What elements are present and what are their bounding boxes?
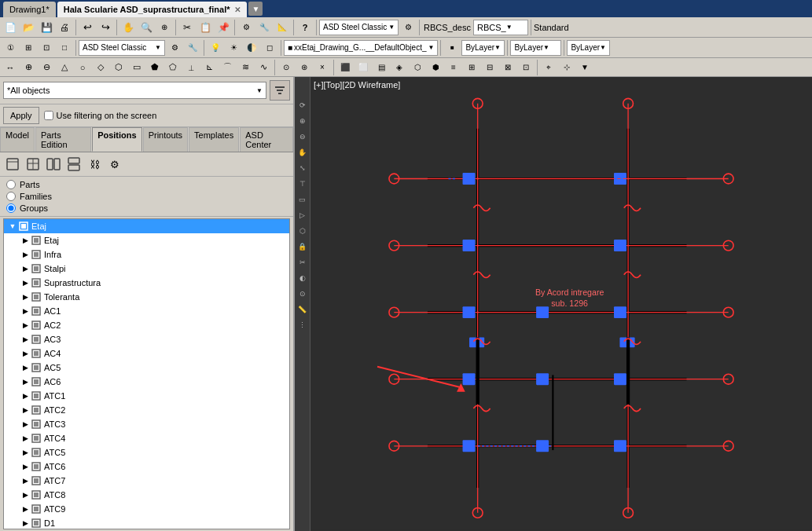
tree-item[interactable]: ▶Toleranta [4, 290, 289, 304]
tab-hala[interactable]: Hala Scularie ASD_suprastructura_final* … [57, 2, 248, 17]
color-dropdown[interactable]: ByLayer ▼ [461, 40, 505, 56]
tb3-d10[interactable]: ⊠ [499, 59, 516, 76]
tab-positions[interactable]: Positions [92, 127, 142, 152]
tree-item[interactable]: ▶AC1 [4, 304, 289, 318]
tb3-d9[interactable]: ⊟ [481, 59, 498, 76]
tree-item[interactable]: ▶ATC1 [4, 389, 289, 403]
nav-pan2[interactable]: ✋ [296, 146, 309, 159]
tree-container[interactable]: ▼Etaj▶Etaj▶Infra▶Stalpi▶Suprastructura▶T… [3, 218, 290, 529]
tb2-wire[interactable]: ◻ [261, 39, 278, 57]
tb3-2[interactable]: ⊕ [20, 59, 37, 76]
nav-front[interactable]: ▭ [296, 193, 309, 206]
tb-misc2[interactable]: 🔧 [255, 19, 273, 36]
tree-expander[interactable]: ▶ [20, 376, 31, 387]
tb-paste[interactable]: 📌 [215, 19, 232, 36]
tree-expander[interactable]: ▶ [20, 475, 31, 486]
tb3-snap2[interactable]: ⊛ [296, 59, 313, 76]
tree-expander[interactable]: ▶ [20, 447, 31, 458]
asd-dropdown[interactable]: ASD Steel Classic ▼ [79, 40, 165, 56]
tab-drawing1[interactable]: Drawing1* [3, 2, 56, 17]
tree-expander[interactable]: ▶ [20, 277, 31, 288]
tree-expander[interactable]: ▶ [20, 249, 31, 260]
tb2-sun[interactable]: ☀ [225, 39, 242, 57]
layer-dropdown[interactable]: ■ xxEtaj_Drawing_G...__DefaultObject_ ▼ [284, 40, 438, 56]
tb2-2[interactable]: ⊞ [20, 39, 37, 57]
pos-icon-table[interactable] [24, 155, 42, 174]
tb-copy[interactable]: 📋 [197, 19, 214, 36]
tb-pan[interactable]: ✋ [119, 19, 137, 36]
tb-zoom[interactable]: 🔍 [138, 19, 155, 36]
workspace-dropdown[interactable]: ASD Steel Classic ▼ [319, 20, 399, 35]
pos-icon-settings[interactable]: ⚙ [105, 155, 124, 174]
tb-misc1[interactable]: ⚙ [237, 19, 255, 36]
tree-expander[interactable]: ▶ [20, 235, 31, 246]
lineweight-dropdown[interactable]: ByLayer ▼ [567, 40, 610, 56]
tree-item[interactable]: ▶AC2 [4, 318, 289, 332]
tb3-d2[interactable]: ⬜ [355, 59, 372, 76]
use-filtering-label[interactable]: Use filtering on the screen [44, 111, 157, 120]
tb2-light[interactable]: 💡 [207, 39, 224, 57]
pos-icon-select[interactable] [3, 155, 22, 174]
tb2-icons2[interactable]: 🔧 [184, 39, 201, 57]
bylayer-color[interactable]: ■ [443, 39, 461, 57]
tab-model[interactable]: Model [0, 127, 35, 152]
tab-parts-edition[interactable]: Parts Edition [35, 127, 91, 152]
tb3-more1[interactable]: ⌖ [540, 59, 557, 76]
tb3-d6[interactable]: ⬢ [427, 59, 444, 76]
tree-expander[interactable]: ▶ [20, 419, 31, 430]
radio-parts[interactable]: Parts [6, 180, 287, 189]
tree-item[interactable]: ▶AC3 [4, 332, 289, 346]
tree-expander[interactable]: ▶ [20, 362, 31, 373]
tb3-6[interactable]: ◇ [92, 59, 109, 76]
apply-button[interactable]: Apply [3, 107, 39, 124]
tb3-snap1[interactable]: ⊙ [277, 59, 295, 76]
tree-item[interactable]: ▶AC6 [4, 375, 289, 389]
tb3-d8[interactable]: ⊞ [463, 59, 480, 76]
use-filtering-checkbox[interactable] [44, 111, 53, 120]
tb2-shade[interactable]: 🌓 [243, 39, 260, 57]
tb-new[interactable]: 📄 [2, 19, 19, 36]
nav-zoom-in[interactable]: ⊕ [296, 115, 309, 127]
pos-icon-hsplit[interactable] [64, 155, 83, 174]
tab-hala-close[interactable]: ✕ [234, 5, 241, 14]
tb3-d7[interactable]: ≡ [445, 59, 462, 76]
tb3-d1[interactable]: ⬛ [336, 59, 354, 76]
radio-families[interactable]: Families [6, 192, 287, 201]
nav-lock[interactable]: 🔒 [296, 240, 309, 253]
tb-redo[interactable]: ↪ [97, 19, 114, 36]
tree-item[interactable]: ▶ATC9 [4, 502, 289, 516]
tree-item[interactable]: ▶Suprastructura [4, 276, 289, 290]
tab-printouts[interactable]: Printouts [143, 127, 188, 152]
nav-section[interactable]: ✂ [296, 256, 309, 269]
tb3-11[interactable]: ⟂ [182, 59, 200, 76]
tb2-icons[interactable]: ⚙ [166, 39, 183, 57]
tb3-4[interactable]: △ [56, 59, 73, 76]
tree-item[interactable]: ▶ATC7 [4, 474, 289, 488]
tree-expander[interactable]: ▶ [20, 306, 31, 317]
tree-item[interactable]: ▼Etaj [4, 219, 289, 233]
nav-render[interactable]: ◐ [296, 272, 309, 284]
tb3-9[interactable]: ⬟ [146, 59, 164, 76]
tb3-1[interactable]: ↔ [2, 59, 19, 76]
tb3-more2[interactable]: ⊹ [558, 59, 575, 76]
tree-item[interactable]: ▶ATC4 [4, 431, 289, 445]
tb3-snap3[interactable]: × [314, 59, 331, 76]
tab-templates[interactable]: Templates [189, 127, 239, 152]
nav-right[interactable]: ▷ [296, 209, 309, 222]
objects-dropdown[interactable]: *All objects ▼ [3, 82, 266, 99]
tb3-filter[interactable]: ▼ [576, 59, 593, 76]
nav-extra[interactable]: ⋮ [296, 319, 309, 331]
tree-expander[interactable]: ▶ [20, 390, 31, 401]
tree-expander[interactable]: ▶ [20, 334, 31, 345]
tab-asd-center[interactable]: ASD Center [240, 127, 293, 152]
tb-open[interactable]: 📂 [20, 19, 37, 36]
tb-undo[interactable]: ↩ [79, 19, 96, 36]
pos-icon-link[interactable]: ⛓ [85, 155, 104, 174]
linetype-dropdown[interactable]: ByLayer ▼ [510, 40, 561, 56]
tb3-12[interactable]: ⊾ [200, 59, 218, 76]
tree-item[interactable]: ▶ATC5 [4, 445, 289, 460]
tb3-d4[interactable]: ◈ [391, 59, 408, 76]
tb-print[interactable]: 🖨 [56, 19, 73, 36]
tree-item[interactable]: ▶ATC8 [4, 488, 289, 502]
tree-expander[interactable]: ▶ [20, 461, 31, 472]
